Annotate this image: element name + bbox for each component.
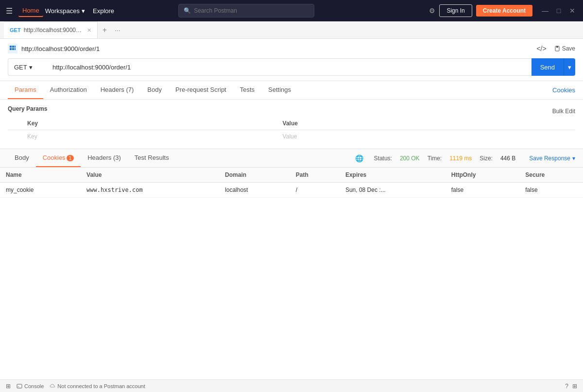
cookies-table-wrapper: Name Value Domain Path Expires HttpOnly …	[0, 168, 583, 379]
method-select[interactable]: GET ▾	[8, 58, 47, 76]
res-tab-headers[interactable]: Headers (3)	[81, 149, 128, 167]
svg-text:>_: >_	[17, 385, 21, 388]
url-bar: GET ▾ Send ▾	[8, 58, 575, 76]
nav-home[interactable]: Home	[18, 5, 43, 17]
url-input[interactable]	[47, 58, 532, 76]
tab-authorization[interactable]: Authorization	[43, 81, 94, 99]
save-response-button[interactable]: Save Response ▾	[529, 155, 575, 162]
method-label: GET	[14, 64, 27, 71]
help-icon[interactable]: ?	[565, 383, 568, 390]
method-arrow: ▾	[29, 64, 33, 71]
col-name-header: Name	[0, 168, 81, 183]
cookie-secure: false	[519, 183, 583, 198]
nav: Home Workspaces ▾ Explore	[18, 5, 118, 17]
res-tab-cookies[interactable]: Cookies1	[36, 149, 81, 167]
request-title-row: http://localhost:9000/order/1 </> Save	[8, 44, 575, 53]
statusbar-right: ? ⊞	[565, 383, 577, 390]
svg-rect-0	[10, 46, 12, 48]
time-value: 1119 ms	[449, 155, 472, 162]
gear-icon[interactable]: ⚙	[429, 7, 435, 15]
console-icon: >_	[17, 383, 22, 389]
status-value: 200 OK	[400, 155, 420, 162]
bulk-edit-button[interactable]: Bulk Edit	[552, 108, 575, 115]
tab-pre-request[interactable]: Pre-request Script	[169, 81, 233, 99]
cookie-name: my_cookie	[0, 183, 81, 198]
maximize-button[interactable]: □	[554, 7, 564, 15]
status-label: Status:	[374, 155, 392, 162]
menu-icon[interactable]: ☰	[6, 6, 13, 16]
tab-cookies-link[interactable]: Cookies	[552, 86, 575, 94]
console-button[interactable]: >_ Console	[17, 383, 44, 389]
cookies-badge: 1	[67, 155, 74, 161]
res-tab-test-results[interactable]: Test Results	[128, 149, 176, 167]
cookie-path: /	[290, 183, 340, 198]
search-bar[interactable]: 🔍	[178, 4, 314, 17]
request-tabs: Params Authorization Headers (7) Body Pr…	[0, 81, 583, 100]
cookie-expires: Sun, 08 Dec :...	[340, 183, 446, 198]
nav-explore[interactable]: Explore	[89, 5, 118, 17]
svg-rect-3	[12, 48, 14, 50]
col-key-header: Key	[23, 117, 279, 130]
response-section: Body Cookies1 Headers (3) Test Results 🌐…	[0, 149, 583, 379]
params-table: Key Value Key Value	[8, 117, 575, 143]
cookie-domain: localhost	[219, 183, 290, 198]
send-wrapper: Send ▾	[532, 58, 575, 76]
response-tabs-bar: Body Cookies1 Headers (3) Test Results 🌐…	[0, 149, 583, 168]
statusbar-layout-icon[interactable]: ⊞	[6, 383, 11, 390]
close-button[interactable]: ✕	[567, 7, 577, 15]
response-status: 🌐 Status: 200 OK Time: 1119 ms Size: 446…	[355, 154, 575, 162]
statusbar: ⊞ >_ Console Not connected to a Postman …	[0, 379, 583, 392]
svg-rect-1	[12, 46, 14, 48]
cookie-row: my_cookiewww.hxstrive.comlocalhost/Sun, …	[0, 183, 583, 198]
tab-close[interactable]: ✕	[87, 27, 91, 34]
col-check-header	[8, 117, 23, 130]
search-input[interactable]	[194, 7, 309, 14]
minimize-button[interactable]: —	[540, 7, 550, 15]
tabbar: GET http://localhost:9000/ord... ✕ + ···	[0, 21, 583, 39]
tab-headers[interactable]: Headers (7)	[94, 81, 141, 99]
params-title: Query Params	[8, 105, 47, 112]
row-key[interactable]: Key	[23, 130, 279, 143]
save-icon	[554, 46, 560, 51]
col-domain-header: Domain	[219, 168, 290, 183]
col-value-header: Value	[81, 168, 219, 183]
res-tab-body[interactable]: Body	[8, 149, 36, 167]
col-httponly-header: HttpOnly	[446, 168, 519, 183]
row-value[interactable]: Value	[279, 130, 534, 143]
create-account-button[interactable]: Create Account	[476, 5, 532, 17]
cookie-httponly: false	[446, 183, 519, 198]
send-button[interactable]: Send	[532, 58, 564, 76]
save-button[interactable]: Save	[554, 45, 575, 52]
tab-add-button[interactable]: +	[98, 26, 112, 34]
params-header: Query Params Bulk Edit	[8, 105, 575, 117]
titlebar-actions: ⚙ Sign In Create Account — □ ✕	[429, 4, 577, 17]
col-path-header: Path	[290, 168, 340, 183]
tab-more-button[interactable]: ···	[112, 26, 123, 34]
titlebar: ☰ Home Workspaces ▾ Explore 🔍 ⚙ Sign In …	[0, 0, 583, 21]
col-description-header	[534, 117, 575, 130]
request-tab[interactable]: GET http://localhost:9000/ord... ✕	[4, 21, 98, 38]
svg-rect-7	[556, 46, 558, 48]
send-dropdown-button[interactable]: ▾	[564, 58, 575, 76]
nav-workspaces[interactable]: Workspaces ▾	[45, 7, 85, 15]
cloud-icon	[50, 383, 55, 389]
cookie-value: www.hxstrive.com	[81, 183, 219, 198]
time-label: Time:	[428, 155, 442, 162]
svg-rect-2	[10, 48, 12, 50]
globe-icon: 🌐	[355, 154, 363, 162]
tab-body[interactable]: Body	[140, 81, 169, 99]
tab-params[interactable]: Params	[8, 81, 43, 99]
tab-settings[interactable]: Settings	[261, 81, 298, 99]
tab-method: GET	[10, 27, 21, 33]
row-check	[8, 130, 23, 143]
grid-icon	[9, 45, 16, 52]
tab-tests[interactable]: Tests	[233, 81, 261, 99]
cookies-table: Name Value Domain Path Expires HttpOnly …	[0, 168, 583, 198]
sign-in-button[interactable]: Sign In	[439, 4, 472, 17]
code-icon[interactable]: </>	[536, 45, 546, 52]
layout-icon[interactable]: ⊞	[572, 383, 577, 390]
request-panel: http://localhost:9000/order/1 </> Save G…	[0, 39, 583, 81]
request-icon	[8, 44, 17, 53]
tab-title: http://localhost:9000/ord...	[24, 27, 82, 34]
col-expires-header: Expires	[340, 168, 446, 183]
